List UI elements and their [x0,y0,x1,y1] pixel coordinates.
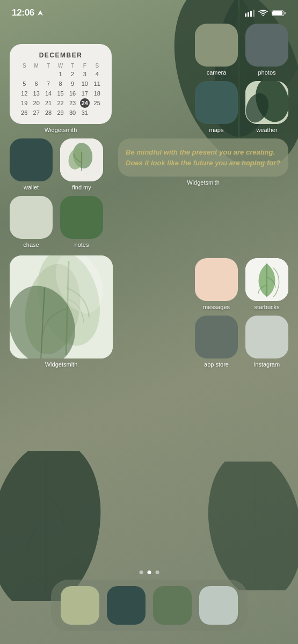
starbucks-app[interactable]: starbucks [245,258,288,310]
notes-icon-box [60,196,103,239]
instagram-app[interactable]: instagram [245,316,288,368]
dock-icon-1[interactable] [61,586,99,625]
wallet-icon-box [10,138,53,181]
svg-rect-6 [248,12,249,17]
page-dot-3 [155,570,159,574]
calendar-month: DECEMBER [18,52,103,59]
messages-icon-box [195,258,238,301]
starbucks-icon-box [245,258,288,301]
signal-icon [245,10,255,17]
large-widgetsmith-widget[interactable] [10,255,113,358]
camera-label: camera [207,69,227,76]
appstore-label: app store [204,361,229,368]
findmy-icon-box [60,138,103,181]
svg-rect-5 [245,13,246,17]
instagram-label: instagram [254,361,280,368]
page-dots [139,570,159,574]
page-dot-2-active [147,570,151,574]
cal-row-1: 1 2 3 4 [18,69,103,79]
svg-rect-8 [253,10,255,17]
weather-app[interactable]: weather [245,81,288,133]
calendar-widget[interactable]: DECEMBER S M T W T F S [10,44,112,133]
svg-point-3 [201,462,298,590]
battery-icon [272,10,286,17]
maps-icon-box [195,81,238,124]
svg-point-2 [0,451,113,601]
svg-marker-4 [38,10,43,16]
wallet-label: wallet [24,184,39,191]
findmy-plant-svg [60,138,103,181]
messages-label: messages [203,304,230,310]
widgetsmith-label-1: Widgetsmith [45,127,77,133]
findmy-app[interactable]: find my [60,138,103,191]
page-dot-1 [139,570,143,574]
instagram-icon-box [245,316,288,358]
dock [51,580,248,631]
notes-app[interactable]: notes [60,196,103,248]
cal-row-2: 5 6 7 8 9 10 11 [18,79,103,89]
chase-icon-box [10,196,53,239]
row-3: Widgetsmith messages [10,255,288,368]
cal-header-wed: W [54,62,66,69]
cal-header-sat: S [91,62,103,69]
camera-icon-box [195,24,238,67]
svg-rect-10 [272,11,282,15]
time-display: 12:06 [12,8,34,18]
quote-widget[interactable]: Be mindful with the present you are crea… [118,138,288,177]
cal-header-sun: S [18,62,30,69]
camera-app[interactable]: camera [195,24,238,76]
starbucks-plant-svg [245,258,288,301]
navigation-arrow-icon [37,10,43,16]
row-2: wallet find my [10,138,288,248]
status-bar: 12:06 [0,0,298,21]
messages-app[interactable]: messages [195,258,238,310]
weather-icon-box [245,81,288,124]
cal-header-tue: T [42,62,54,69]
dock-icon-4[interactable] [199,586,238,625]
svg-rect-7 [250,11,252,17]
svg-rect-11 [285,12,286,14]
weather-label: weather [256,127,277,133]
chase-app[interactable]: chase [10,196,53,248]
home-screen: DECEMBER S M T W T F S [0,21,298,371]
appstore-icon-box [195,316,238,358]
cal-row-3: 12 13 14 15 16 17 18 [18,89,103,98]
quote-text: Be mindful with the present you are crea… [126,147,281,168]
photos-icon-box [245,24,288,67]
cal-row-4: 19 20 21 22 23 24 25 [18,98,103,108]
cal-row-5: 26 27 28 29 30 31 [18,108,103,118]
cal-header-mon: M [30,62,42,69]
status-time: 12:06 [12,8,43,18]
maps-label: maps [209,127,224,133]
today-circle: 24 [80,98,90,108]
findmy-label: find my [72,184,91,191]
starbucks-label: starbucks [254,304,279,310]
cal-header-fri: F [78,62,91,69]
cal-header-thu: T [67,62,78,69]
weather-leaf-svg [245,81,288,124]
photos-label: photos [258,69,275,76]
maps-app[interactable]: maps [195,81,238,133]
chase-label: chase [23,241,39,248]
appstore-app[interactable]: app store [195,316,238,368]
leaf-bottom-left-decoration [0,451,113,601]
photos-app[interactable]: photos [245,24,288,76]
wifi-icon [258,10,268,17]
leaf-bottom-right-decoration [201,462,298,590]
notes-label: notes [75,241,89,248]
widgetsmith-label-3: Widgetsmith [45,361,78,368]
widgetsmith-label-2: Widgetsmith [187,179,220,186]
dock-icon-2[interactable] [107,586,146,625]
row-1: DECEMBER S M T W T F S [10,24,288,133]
calendar-widget-box: DECEMBER S M T W T F S [10,44,112,124]
large-plant-svg [10,255,113,358]
calendar-grid: S M T W T F S [18,62,103,118]
status-icons [245,10,286,17]
dock-icon-3[interactable] [153,586,192,625]
wallet-app[interactable]: wallet [10,138,53,191]
